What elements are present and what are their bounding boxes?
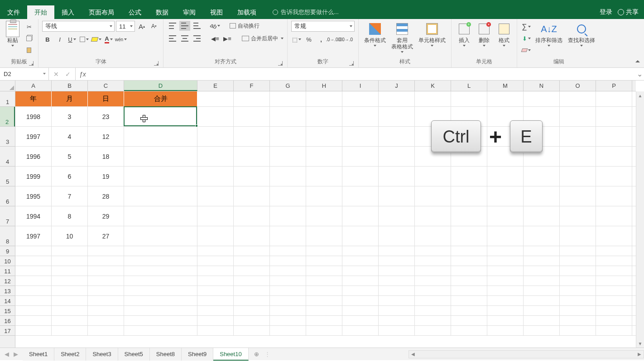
cell-F6[interactable] [234,186,270,206]
cell-A13[interactable] [15,286,52,295]
cell-K1[interactable] [415,91,451,106]
cell-I1[interactable] [342,91,379,106]
cell-G2[interactable] [270,107,306,126]
bold-button[interactable]: B [42,34,53,44]
cell-P10[interactable] [596,256,632,266]
menu-tab-文件[interactable]: 文件 [0,5,27,19]
scroll-down-button[interactable]: ▼ [636,339,644,348]
cell-I8[interactable] [342,226,379,246]
sheet-nav-prev[interactable]: ◀ [5,351,9,357]
cell-K13[interactable] [415,286,451,295]
align-bottom-button[interactable] [192,21,202,31]
cell-G5[interactable] [270,167,306,186]
cell-A8[interactable]: 1997 [15,226,52,246]
cell-A14[interactable] [15,296,52,305]
cell-M17[interactable] [487,326,524,335]
cell-L17[interactable] [451,326,487,335]
wrap-text-button[interactable]: 自动换行 [230,21,260,31]
cell-F3[interactable] [234,127,270,146]
col-header-O[interactable]: O [560,81,596,91]
autosum-button[interactable]: ∑ [521,22,532,32]
italic-button[interactable]: I [54,34,65,44]
cell-J17[interactable] [379,326,415,335]
cell-J14[interactable] [379,296,415,305]
tell-me-search[interactable]: 告诉我您想要做什么... [273,8,339,16]
cell-G1[interactable] [270,91,306,106]
cell-E3[interactable] [197,127,234,146]
expand-formula-bar-button[interactable]: ⌄ [635,68,644,80]
cell-D9[interactable] [124,246,197,256]
accounting-format-button[interactable]: ⬚ [291,34,302,44]
cell-G10[interactable] [270,256,306,266]
cell-E8[interactable] [197,226,234,246]
cell-H4[interactable] [306,147,342,166]
cell-K11[interactable] [415,266,451,276]
cell-O3[interactable] [560,127,596,146]
cell-H2[interactable] [306,107,342,126]
cell-F8[interactable] [234,226,270,246]
cell-P6[interactable] [596,186,632,206]
cell-C10[interactable] [88,256,124,266]
cell-M2[interactable] [487,107,524,126]
col-header-M[interactable]: M [487,81,524,91]
cell-I5[interactable] [342,167,379,186]
conditional-format-button[interactable]: 条件格式 [362,21,388,48]
cell-H13[interactable] [306,286,342,295]
paste-button[interactable]: 粘贴 [4,21,22,48]
cell-L8[interactable] [451,226,487,246]
cell-N7[interactable] [524,206,560,226]
sheet-tab-Sheet8[interactable]: Sheet8 [150,348,182,361]
tab-split-handle[interactable]: ⋮ [264,351,270,357]
border-button[interactable] [79,34,90,44]
increase-decimal-button[interactable]: .0→.00 [328,34,339,44]
cell-N13[interactable] [524,286,560,295]
row-header-6[interactable]: 6 [0,186,15,206]
cell-L3[interactable] [451,127,487,146]
cell-K5[interactable] [415,167,451,186]
font-name-select[interactable]: 等线 [42,21,115,32]
cell-B11[interactable] [52,266,88,276]
cell-G15[interactable] [270,306,306,315]
cell-J15[interactable] [379,306,415,315]
cell-E5[interactable] [197,167,234,186]
name-box[interactable]: D2 [0,68,49,80]
cell-B6[interactable]: 7 [52,186,88,206]
cell-P1[interactable] [596,91,632,106]
cell-N17[interactable] [524,326,560,335]
cell-J12[interactable] [379,276,415,286]
cell-P8[interactable] [596,226,632,246]
cell-O5[interactable] [560,167,596,186]
cell-L1[interactable] [451,91,487,106]
cell-H14[interactable] [306,296,342,305]
cell-F9[interactable] [234,246,270,256]
table-format-button[interactable]: 套用 表格格式 [389,21,415,54]
cell-N15[interactable] [524,306,560,315]
sheet-nav-next[interactable]: ▶ [14,351,18,357]
cell-P17[interactable] [596,326,632,335]
cell-K2[interactable] [415,107,451,126]
row-header-16[interactable]: 16 [0,316,15,326]
cell-L4[interactable] [451,147,487,166]
row-header-4[interactable]: 4 [0,147,15,167]
cell-A17[interactable] [15,326,52,335]
cell-L9[interactable] [451,246,487,256]
cell-F14[interactable] [234,296,270,305]
row-header-11[interactable]: 11 [0,266,15,276]
cell-N8[interactable] [524,226,560,246]
cell-G7[interactable] [270,206,306,226]
cell-G3[interactable] [270,127,306,146]
cell-L2[interactable] [451,107,487,126]
cell-C12[interactable] [88,276,124,286]
sheet-tab-Sheet2[interactable]: Sheet2 [54,348,86,361]
cell-C7[interactable]: 29 [88,206,124,226]
cell-E9[interactable] [197,246,234,256]
cell-J6[interactable] [379,186,415,206]
cell-I17[interactable] [342,326,379,335]
col-header-E[interactable]: E [197,81,234,91]
cell-E15[interactable] [197,306,234,315]
number-format-select[interactable]: 常规 [291,21,355,32]
select-all-corner[interactable] [0,81,15,91]
cell-M10[interactable] [487,256,524,266]
cell-J1[interactable] [379,91,415,106]
col-header-P[interactable]: P [596,81,632,91]
